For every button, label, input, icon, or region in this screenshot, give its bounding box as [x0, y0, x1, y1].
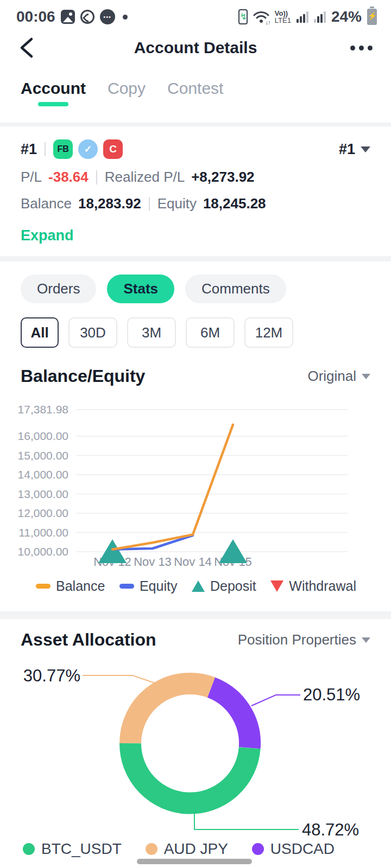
account-selector-dropdown[interactable]: #1 — [339, 141, 370, 158]
pl-label: P/L — [21, 169, 42, 186]
gallery-notification-icon — [61, 10, 75, 24]
legend-deposit[interactable]: Deposit — [192, 578, 256, 594]
pill-comments[interactable]: Comments — [185, 275, 286, 303]
battery-saver-icon — [238, 9, 248, 24]
balance-value: 18,283.92 — [78, 195, 141, 212]
asset-allocation-header: Asset Allocation Position Properties — [0, 619, 391, 650]
wifi-icon: ↓↑ — [253, 10, 269, 23]
chart-legend: Balance Equity Deposit Withdrawal — [0, 572, 391, 594]
section-divider — [0, 123, 391, 126]
svg-text:Nov 13: Nov 13 — [134, 555, 172, 569]
balance-equity-line-chart[interactable]: 17,381.9816,000.0015,000.0014,000.0013,0… — [0, 392, 391, 572]
filter-30d[interactable]: 30D — [68, 317, 117, 348]
signal-bars-icon — [297, 11, 308, 23]
page-title: Account Details — [0, 39, 391, 57]
section-divider — [0, 611, 391, 619]
expand-link[interactable]: Expand — [21, 227, 370, 244]
svg-text:17,381.98: 17,381.98 — [18, 403, 68, 416]
fb-badge-icon: FB — [53, 139, 73, 159]
active-tab-underline — [38, 102, 68, 106]
section-divider — [0, 256, 391, 261]
svg-text:14,000.00: 14,000.00 — [18, 468, 68, 481]
svg-text:20.51%: 20.51% — [303, 685, 360, 704]
btc-usdt-dot-icon — [23, 843, 35, 855]
legend-withdrawal[interactable]: Withdrawal — [270, 578, 356, 594]
tab-account[interactable]: Account — [21, 79, 86, 106]
realized-pl-label: Realized P/L — [105, 169, 185, 186]
svg-text:11,000.00: 11,000.00 — [18, 526, 68, 539]
tab-contest[interactable]: Contest — [167, 79, 223, 106]
chart-mode-dropdown[interactable]: Original — [307, 368, 370, 385]
legend-equity[interactable]: Equity — [119, 578, 177, 594]
battery-percent: 24% — [331, 8, 362, 25]
realized-pl-value: +8,273.92 — [191, 169, 254, 186]
svg-text:15,000.00: 15,000.00 — [18, 449, 68, 462]
withdrawal-triangle-icon — [270, 580, 283, 592]
equity-swatch-icon — [119, 584, 134, 589]
contest-badge-icon: C — [103, 139, 123, 159]
asset-allocation-title: Asset Allocation — [21, 630, 156, 650]
wifi-arrows-icon: ↓↑ — [266, 19, 270, 25]
signal-bars-2-icon — [314, 11, 326, 23]
svg-text:16,000.00: 16,000.00 — [18, 430, 68, 442]
balance-equity-header: Balance/Equity Original — [0, 348, 391, 386]
deposit-triangle-icon — [192, 580, 205, 592]
pill-stats[interactable]: Stats — [107, 275, 174, 303]
chevron-down-icon — [362, 637, 370, 643]
asset-allocation-donut-chart[interactable]: 30.77%20.51%48.72% — [0, 650, 391, 841]
usdcad-dot-icon — [252, 843, 264, 855]
account-rank: #1 — [21, 141, 37, 158]
allocation-mode-dropdown[interactable]: Position Properties — [238, 631, 370, 648]
legend-btc-usdt[interactable]: BTC_USDT — [23, 841, 122, 857]
allocation-legend: BTC_USDT AUD JPY USDCAD — [0, 841, 391, 857]
more-options-button[interactable] — [350, 46, 373, 50]
legend-balance[interactable]: Balance — [36, 578, 105, 594]
clock: 00:06 — [16, 8, 55, 25]
top-tab-bar: Account Copy Contest — [0, 65, 391, 106]
chevron-down-icon — [361, 146, 370, 152]
filter-3m[interactable]: 3M — [127, 317, 176, 348]
app-header: Account Details — [0, 30, 391, 65]
legend-aud-jpy[interactable]: AUD JPY — [146, 841, 228, 857]
notification-dot-icon — [123, 15, 128, 20]
svg-text:12,000.00: 12,000.00 — [18, 507, 68, 519]
filter-all[interactable]: All — [21, 317, 59, 348]
balance-label: Balance — [21, 195, 72, 212]
content-tab-bar: Orders Stats Comments — [0, 261, 391, 303]
equity-value: 18,245.28 — [203, 195, 266, 212]
svg-text:10,000.00: 10,000.00 — [18, 545, 68, 558]
equity-label: Equity — [157, 195, 197, 212]
pill-orders[interactable]: Orders — [21, 275, 96, 303]
time-filter-bar: All 30D 3M 6M 12M — [0, 303, 391, 348]
filter-6m[interactable]: 6M — [186, 317, 235, 348]
svg-text:13,000.00: 13,000.00 — [18, 488, 68, 500]
pl-value: -38.64 — [48, 169, 89, 186]
balance-equity-title: Balance/Equity — [21, 366, 145, 386]
legend-usdcad[interactable]: USDCAD — [252, 841, 335, 857]
status-bar: 00:06 ↓↑ Vo)) LTE1 24% — [0, 0, 391, 30]
balance-swatch-icon — [36, 584, 51, 589]
svg-text:30.77%: 30.77% — [23, 666, 80, 685]
svg-text:48.72%: 48.72% — [302, 820, 359, 839]
svg-text:Nov 14: Nov 14 — [174, 555, 212, 569]
battery-charging-icon — [367, 9, 377, 25]
messages-notification-icon — [100, 9, 115, 24]
filter-12m[interactable]: 12M — [244, 317, 293, 348]
scrollbar-handle[interactable] — [137, 859, 252, 864]
tab-copy[interactable]: Copy — [108, 79, 146, 106]
chevron-down-icon — [362, 374, 370, 379]
verified-badge-icon: ✓ — [78, 139, 98, 159]
network-type-label: Vo)) LTE1 — [275, 10, 291, 24]
account-summary-card: #1 FB ✓ C #1 P/L -38.64 Realized P/L +8,… — [0, 126, 391, 256]
whatsapp-notification-icon — [80, 10, 94, 24]
aud-jpy-dot-icon — [146, 843, 157, 855]
